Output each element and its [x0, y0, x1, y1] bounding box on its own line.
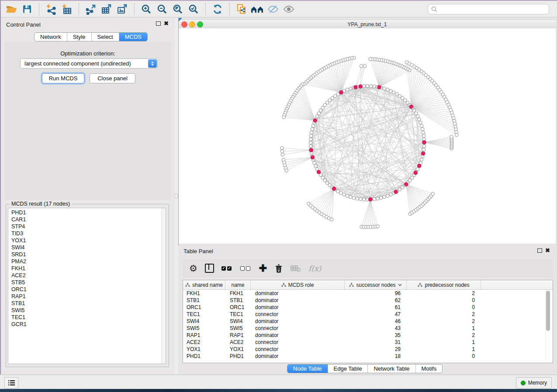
cell-predecessor-nodes: 2	[407, 318, 481, 324]
tab-motifs[interactable]: Motifs	[416, 364, 443, 373]
table-row[interactable]: PHD1PHD1dominator180	[183, 353, 553, 360]
hide-selected-eye-icon[interactable]	[265, 3, 281, 16]
mcds-result-item[interactable]: SRD1	[8, 251, 166, 258]
tab-select[interactable]: Select	[92, 33, 119, 41]
run-mcds-button[interactable]: Run MCDS	[42, 73, 84, 83]
table-scrollbar-thumb[interactable]	[546, 291, 550, 331]
cell-successor-nodes: 35	[345, 332, 407, 338]
export-table-icon[interactable]	[99, 3, 114, 16]
save-icon[interactable]	[19, 3, 35, 16]
cell-predecessor-nodes: 0	[407, 353, 481, 359]
cell-predecessor-nodes: 0	[407, 304, 481, 310]
column-header-shared-name[interactable]: shared name	[183, 280, 225, 289]
mcds-result-item[interactable]: ORC1	[8, 286, 166, 293]
table-row[interactable]: ACE2ACE2connector311	[183, 339, 553, 346]
column-header-successor-nodes[interactable]: successor nodes	[345, 280, 407, 289]
mcds-result-item[interactable]: STP4	[8, 223, 166, 230]
mcds-result-item[interactable]: CAR1	[8, 216, 166, 223]
memory-button[interactable]: Memory	[516, 377, 552, 389]
tab-mcds[interactable]: MCDS	[119, 33, 147, 41]
search-input[interactable]	[439, 6, 549, 12]
network-window-titlebar[interactable]: YPA_prune.txt_1	[179, 19, 556, 29]
cell-name: FKH1	[225, 290, 251, 296]
tab-node-table[interactable]: Node Table	[287, 364, 328, 373]
import-network-icon[interactable]	[43, 3, 59, 16]
mcds-result-groupbox: MCDS result (17 nodes) PHD1CAR1STP4TID3Y…	[6, 204, 169, 367]
mcds-list-scrollbar[interactable]	[161, 208, 166, 364]
table-row[interactable]: STB1STB1dominator620	[183, 297, 553, 304]
show-panels-list-button[interactable]	[4, 377, 18, 389]
open-folder-icon[interactable]	[3, 3, 19, 16]
close-panel-icon[interactable]: ✖	[545, 248, 550, 253]
mcds-result-item[interactable]: ACE2	[8, 272, 166, 279]
float-panel-icon[interactable]	[156, 21, 161, 26]
tab-edge-table[interactable]: Edge Table	[328, 364, 368, 373]
control-panel-title: Control Panel	[6, 21, 41, 28]
mcds-result-item[interactable]: GCR1	[8, 321, 166, 328]
function-builder-icon[interactable]: f(x)	[308, 262, 321, 275]
cell-name: ORC1	[225, 304, 251, 310]
network-view-window: YPA_prune.txt_1	[179, 18, 556, 244]
mcds-result-item[interactable]: SWI4	[8, 244, 166, 251]
mcds-result-item[interactable]: STB5	[8, 279, 166, 286]
column-type-icon	[281, 283, 286, 287]
mcds-result-item[interactable]: STB1	[8, 300, 166, 307]
tab-network[interactable]: Network	[35, 33, 67, 41]
search-box[interactable]	[428, 4, 549, 14]
zoom-out-icon[interactable]	[154, 3, 170, 16]
delete-table-icon[interactable]	[291, 262, 301, 275]
table-row[interactable]: TEC1TEC1connector472	[183, 311, 553, 318]
table-row[interactable]: RAP1RAP1dominator352	[183, 332, 553, 339]
network-canvas[interactable]	[179, 28, 556, 244]
table-row[interactable]: SWI4SWI4dominator462	[183, 318, 553, 325]
add-column-icon[interactable]: ✚	[259, 262, 267, 275]
mcds-result-item[interactable]: PMA2	[8, 258, 166, 265]
import-table-icon[interactable]	[59, 3, 75, 16]
mcds-result-item[interactable]: SWI5	[8, 307, 166, 314]
close-panel-icon[interactable]: ✖	[164, 21, 169, 26]
table-panel-title: Table Panel	[183, 248, 213, 254]
table-row[interactable]: FKH1FKH1dominator962	[183, 290, 553, 297]
deselect-all-icon[interactable]	[240, 262, 252, 275]
table-row[interactable]: YOX1YOX1connector291	[183, 346, 553, 353]
mcds-result-item[interactable]: RAP1	[8, 293, 166, 300]
columns-icon[interactable]	[205, 262, 214, 275]
tab-network-table[interactable]: Network Table	[368, 364, 415, 373]
zoom-selected-icon[interactable]	[186, 3, 201, 16]
show-all-eye-icon[interactable]	[281, 3, 297, 16]
mcds-result-title: MCDS result (17 nodes)	[10, 201, 72, 207]
export-network-icon[interactable]	[83, 3, 99, 16]
tab-style[interactable]: Style	[67, 33, 92, 41]
column-header-MCDS-role[interactable]: MCDS role	[251, 280, 345, 289]
mcds-result-item[interactable]: YOX1	[8, 237, 166, 244]
first-neighbors-icon[interactable]	[249, 3, 265, 16]
float-panel-icon[interactable]	[537, 248, 542, 253]
export-image-icon[interactable]	[114, 3, 130, 16]
cell-predecessor-nodes: 1	[407, 325, 481, 331]
mcds-result-item[interactable]: FKH1	[8, 265, 166, 272]
optimization-criterion-select[interactable]: largest connected component (undirected)	[20, 58, 158, 69]
mcds-result-item[interactable]: TEC1	[8, 314, 166, 321]
cell-predecessor-nodes: 2	[407, 311, 481, 317]
table-scrollbar[interactable]	[545, 291, 550, 360]
zoom-in-icon[interactable]	[138, 3, 154, 16]
duplicate-network-icon[interactable]	[234, 3, 249, 16]
cell-MCDS-role: connector	[251, 325, 345, 331]
column-header-predecessor-nodes[interactable]: predecessor nodes	[407, 280, 481, 289]
splitter-handle[interactable]	[175, 194, 178, 198]
mcds-result-list[interactable]: PHD1CAR1STP4TID3YOX1SWI4SRD1PMA2FKH1ACE2…	[8, 208, 166, 364]
refresh-icon[interactable]	[210, 3, 225, 16]
zoom-fit-icon[interactable]	[170, 3, 186, 16]
sort-desc-icon	[398, 284, 402, 286]
close-panel-button[interactable]: Close panel	[90, 73, 135, 83]
column-header-name[interactable]: name	[225, 280, 251, 289]
gear-icon[interactable]: ⚙	[189, 262, 197, 275]
mcds-result-item[interactable]: PHD1	[8, 209, 166, 216]
cell-name: RAP1	[225, 332, 251, 338]
cell-predecessor-nodes: 1	[407, 346, 481, 352]
table-row[interactable]: SWI5SWI5connector431	[183, 325, 553, 332]
table-row[interactable]: ORC1ORC1dominator610	[183, 304, 553, 311]
select-all-icon[interactable]: ✓✓	[221, 262, 233, 275]
delete-column-icon[interactable]	[274, 262, 283, 275]
mcds-result-item[interactable]: TID3	[8, 230, 166, 237]
